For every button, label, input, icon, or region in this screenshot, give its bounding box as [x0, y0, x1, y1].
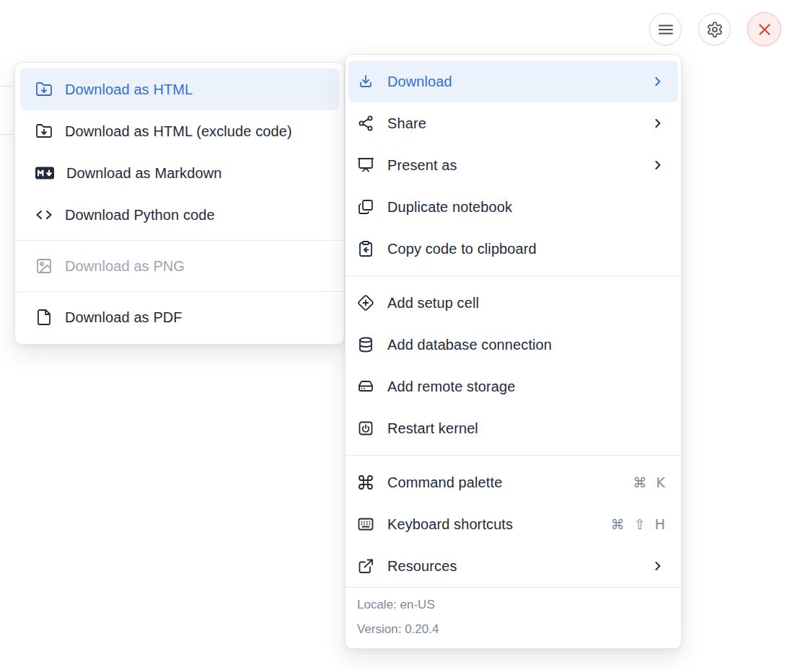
- menu-item-download-as-png: Download as PNG: [15, 245, 344, 287]
- command-icon: [357, 474, 374, 491]
- clipboard-copy-icon: [357, 240, 374, 257]
- gear-icon: [706, 21, 723, 38]
- menu-item-label: Download as Markdown: [66, 165, 327, 182]
- external-link-icon: [357, 557, 374, 575]
- menu-item-download[interactable]: Download: [348, 61, 678, 102]
- menu-item-label: Share: [387, 115, 638, 132]
- background-cell-border: [0, 86, 14, 87]
- chevron-right-icon: [651, 74, 665, 89]
- menu-footer: Locale: en-US Version: 0.20.4: [346, 587, 681, 648]
- hard-drive-icon: [357, 378, 374, 395]
- download-icon: [357, 73, 374, 90]
- menu-item-label: Add remote storage: [387, 379, 665, 395]
- shortcut-hint: ⌘ K: [633, 474, 666, 490]
- menu-item-label: Keyboard shortcuts: [387, 516, 598, 533]
- menu-separator: [346, 275, 681, 276]
- menu-item-label: Download as PNG: [65, 258, 327, 275]
- menu-item-label: Download: [387, 74, 638, 90]
- menu-separator: [15, 291, 344, 292]
- menu-item-label: Present as: [387, 157, 638, 174]
- chevron-right-icon: [651, 116, 665, 131]
- menu-item-add-remote-storage[interactable]: Add remote storage: [346, 366, 681, 407]
- menu-item-label: Download as HTML: [65, 81, 327, 98]
- shortcut-hint: ⌘ ⇧ H: [611, 516, 665, 532]
- code-icon: [35, 206, 53, 224]
- menu-separator: [346, 455, 681, 456]
- toolbar: [649, 12, 781, 46]
- locale-text: Locale: en-US: [357, 593, 669, 617]
- folder-down-icon: [35, 81, 53, 98]
- menu-item-label: Duplicate notebook: [387, 199, 665, 216]
- menu-item-label: Restart kernel: [387, 420, 665, 437]
- menu-item-download-python-code[interactable]: Download Python code: [15, 194, 344, 236]
- duplicate-icon: [357, 198, 374, 216]
- settings-button[interactable]: [698, 13, 731, 45]
- notebook-menu: Download Share Present as Duplicate note…: [345, 54, 682, 649]
- menu-item-command-palette[interactable]: Command palette ⌘ K: [346, 461, 681, 503]
- file-icon: [35, 309, 53, 326]
- menu-item-add-setup-cell[interactable]: Add setup cell: [346, 282, 681, 324]
- app-background: Download as HTML Download as HTML (exclu…: [0, 0, 805, 672]
- close-button[interactable]: [747, 12, 781, 46]
- menu-item-label: Command palette: [387, 474, 620, 491]
- image-icon: [35, 257, 53, 275]
- presentation-icon: [357, 156, 374, 174]
- menu-item-label: Copy code to clipboard: [387, 241, 665, 257]
- menu-item-download-as-html[interactable]: Download as HTML: [20, 68, 339, 110]
- power-square-icon: [357, 420, 374, 437]
- download-submenu: Download as HTML Download as HTML (exclu…: [14, 62, 345, 345]
- menu-item-share[interactable]: Share: [346, 102, 681, 144]
- menu-item-label: Download Python code: [65, 207, 327, 224]
- share-icon: [357, 115, 374, 132]
- menu-item-add-database-connection[interactable]: Add database connection: [346, 324, 681, 366]
- menu-item-label: Add database connection: [387, 337, 665, 353]
- menu-item-duplicate-notebook[interactable]: Duplicate notebook: [346, 186, 681, 228]
- diamond-plus-icon: [357, 294, 374, 311]
- menu-item-label: Download as PDF: [65, 309, 327, 326]
- chevron-right-icon: [651, 559, 665, 573]
- menu-item-copy-code-to-clipboard[interactable]: Copy code to clipboard: [346, 228, 681, 270]
- menu-item-label: Add setup cell: [387, 295, 665, 311]
- menu-item-keyboard-shortcuts[interactable]: Keyboard shortcuts ⌘ ⇧ H: [346, 503, 681, 545]
- chevron-right-icon: [651, 158, 665, 172]
- menu-item-label: Resources: [387, 558, 638, 575]
- background-cell-border: [0, 134, 14, 135]
- keyboard-icon: [357, 516, 374, 533]
- database-icon: [357, 336, 374, 353]
- menu-item-restart-kernel[interactable]: Restart kernel: [346, 407, 681, 449]
- hamburger-icon: [657, 21, 674, 38]
- menu-item-label: Download as HTML (exclude code): [65, 123, 327, 140]
- menu-item-download-as-pdf[interactable]: Download as PDF: [15, 296, 344, 338]
- menu-item-download-as-html-exclude-code[interactable]: Download as HTML (exclude code): [15, 110, 344, 152]
- menu-item-resources[interactable]: Resources: [346, 545, 681, 587]
- markdown-icon: [35, 164, 54, 182]
- folder-down-icon: [35, 123, 53, 140]
- version-text: Version: 0.20.4: [357, 617, 669, 642]
- menu-item-present-as[interactable]: Present as: [346, 144, 681, 186]
- menu-separator: [15, 240, 344, 241]
- close-icon: [755, 20, 774, 39]
- menu-item-download-as-markdown[interactable]: Download as Markdown: [15, 152, 344, 194]
- menu-button[interactable]: [649, 13, 682, 45]
